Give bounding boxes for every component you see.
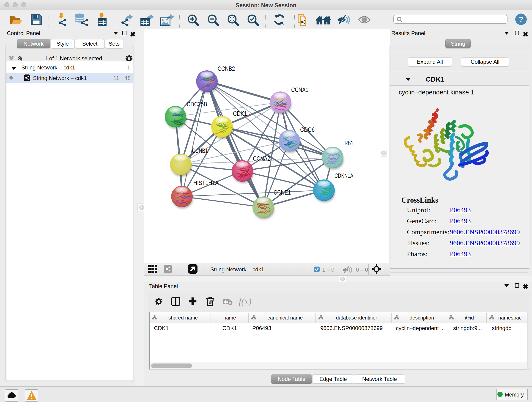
svg-text:RB1: RB1 bbox=[345, 140, 353, 147]
svg-text:CDKN1A: CDKN1A bbox=[335, 172, 353, 179]
svg-text:CDC6: CDC6 bbox=[300, 126, 315, 133]
svg-text:HIST1H1A: HIST1H1A bbox=[193, 179, 219, 186]
svg-text:CCNB2: CCNB2 bbox=[218, 65, 235, 72]
svg-text:CCNB1: CCNB1 bbox=[192, 147, 208, 154]
svg-text:CCNA1: CCNA1 bbox=[291, 86, 308, 93]
svg-text:CDC25B: CDC25B bbox=[187, 101, 207, 108]
svg-text:CCNA2: CCNA2 bbox=[253, 155, 270, 162]
svg-text:CCNE1: CCNE1 bbox=[273, 189, 291, 196]
svg-text:CDK1: CDK1 bbox=[233, 110, 247, 117]
